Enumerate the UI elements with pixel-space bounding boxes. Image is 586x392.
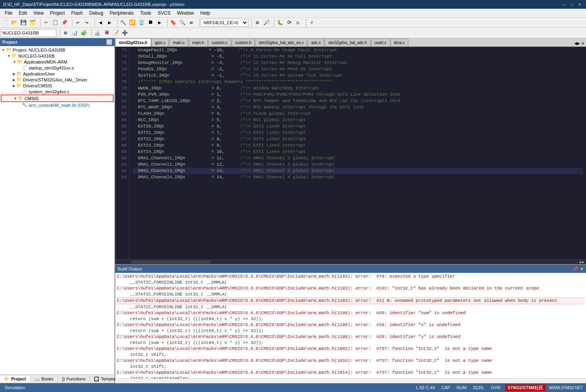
build-pin-btn[interactable]: 📌: [573, 266, 578, 272]
tree-item-arm-math[interactable]: ▶🔧arm_cortexM4lf_math.lib (DSP): [1, 102, 114, 108]
stm32-url: WWW.STM32.NET: [549, 386, 583, 390]
editor-tab-stm32g431xx[interactable]: stm32g431xx.h: [115, 39, 151, 46]
target-options-button[interactable]: ⚙: [61, 29, 70, 37]
debug-run2-button[interactable]: ▷: [294, 18, 303, 27]
tree-item-drivers-hal[interactable]: ▶📁Drivers/STM32G4xx_HAL_Driver: [1, 77, 114, 83]
minimize-button[interactable]: —: [561, 2, 567, 7]
menu-view[interactable]: View: [30, 10, 47, 17]
maximize-button[interactable]: □: [569, 2, 575, 7]
mdk-plus-btn[interactable]: ➕: [120, 29, 129, 37]
build-close-btn[interactable]: ✕: [580, 266, 584, 272]
replace-button[interactable]: ⇄: [187, 18, 196, 27]
code-lines[interactable]: UsageFault_IRQn = -10, /*!< 6 Cortex-M4 …: [130, 47, 586, 259]
bookmarks-button[interactable]: 🔖: [169, 18, 178, 27]
build-button[interactable]: 🔨: [119, 18, 128, 27]
logic-btn[interactable]: ⚡: [308, 18, 316, 27]
editor-tab-main_c[interactable]: main.c: [169, 39, 188, 46]
scroll-left-arrow[interactable]: ◀: [579, 260, 581, 265]
menu-tools[interactable]: Tools: [137, 10, 155, 17]
editor-tab-main_h[interactable]: main.h: [189, 39, 208, 46]
editor-tab-gpio[interactable]: gpio.c: [151, 39, 169, 46]
save-button[interactable]: 💾: [19, 18, 28, 27]
tree-item-system[interactable]: ▶📄system_stm32g4xx.c: [1, 89, 114, 95]
editor-tab-adc_c[interactable]: adc.c: [308, 39, 324, 46]
menu-svcs[interactable]: SVCS: [155, 10, 174, 17]
tree-item-cmsis[interactable]: ▼📁CMSIS: [1, 95, 114, 102]
right-panel: stm32g431xx.hgpio.cmain.cmain.hcustom.cc…: [115, 38, 586, 383]
build-output-controls: 📌 ✕: [573, 266, 584, 272]
editor-tab-custom_h[interactable]: custom.h: [232, 39, 255, 46]
zoom-button[interactable]: 🔎: [262, 18, 271, 27]
open-file-button[interactable]: 📂: [10, 18, 19, 27]
toolbar-sep-3: [93, 19, 95, 27]
nav-fwd-button[interactable]: ▶: [105, 18, 114, 27]
tab-books[interactable]: 📖 Books: [30, 376, 58, 382]
project-name-input[interactable]: [1, 29, 56, 37]
paste-button[interactable]: 📌: [60, 18, 69, 27]
manage-btn[interactable]: 📊: [70, 29, 79, 37]
tree-item-startup[interactable]: ▶📄startup_stm32g431xx.s: [1, 65, 114, 71]
num-indicator: NUM: [455, 385, 468, 390]
menu-window[interactable]: Window: [174, 10, 197, 17]
build-hscroll[interactable]: [115, 378, 586, 383]
scroll-right-arrow[interactable]: ▶: [582, 260, 584, 265]
tree-item-app-mdk[interactable]: ▼📁Application/MDK-ARM: [1, 59, 114, 65]
new-file-button[interactable]: 📄: [1, 18, 10, 27]
undo-button[interactable]: ↩: [73, 18, 82, 27]
cut-button[interactable]: ✂️: [42, 18, 50, 27]
code-hscroll[interactable]: ◀ ▶: [115, 259, 586, 264]
build-line-3: __STATIC_FORCEINLINE int32_t __SMMLA(: [117, 292, 584, 297]
tree-item-app-user[interactable]: ▶📁Application/User: [1, 71, 114, 77]
tree-item-root[interactable]: ▼📁Project: NUCLEO-G431RB: [1, 47, 114, 53]
menu-peripherals[interactable]: Peripherals: [106, 10, 137, 17]
menu-flash[interactable]: Flash: [68, 10, 86, 17]
menu-project[interactable]: Project: [47, 10, 68, 17]
clean-button[interactable]: 🗑️: [137, 18, 146, 27]
editor-tab-stm32g4xx_hal_adc_ex[interactable]: stm32g4xx_hal_adc_ex.c: [255, 39, 307, 46]
tab-functions[interactable]: {} Functions: [58, 376, 90, 382]
editor-tab-stm32g4xx_hal_adc[interactable]: stm32g4xx_hal_adc.h: [325, 39, 370, 46]
tab-scroll-right[interactable]: ▶: [577, 41, 580, 46]
stop-button[interactable]: ⏹: [146, 18, 155, 27]
editor-tab-custom_c[interactable]: custom.c: [208, 39, 231, 46]
tab-close-all[interactable]: ✕: [582, 41, 584, 46]
editor-tab-dma_c[interactable]: dma.c: [391, 39, 408, 46]
save-all-button[interactable]: 🗂️: [28, 18, 37, 27]
code-line-92: DMA1_Channel3_IRQn = 13, /*!< DMA1 Chann…: [133, 168, 583, 174]
panel-close-btn[interactable]: ✕: [106, 39, 112, 45]
tree-label-drivers-cmsis: Drivers/CMSIS: [23, 83, 52, 88]
debug-reset-button[interactable]: ⟳: [285, 18, 294, 27]
menu-debug[interactable]: Debug: [86, 10, 106, 17]
tab-project[interactable]: 📁 Project: [0, 376, 30, 382]
menu-help[interactable]: Help: [197, 10, 213, 17]
close-button[interactable]: ✕: [576, 2, 583, 7]
code-content[interactable]: 7374757677787980818283848586878889909192…: [115, 47, 586, 259]
nav-back-button[interactable]: ◀: [96, 18, 105, 27]
run-button[interactable]: ▶️: [155, 18, 164, 27]
tree-item-nucleo[interactable]: ▼📁NUCLEO-G431RB: [1, 53, 114, 59]
tab-bar-end: ◀▶✕: [572, 41, 586, 46]
hscroll-thumb[interactable]: [131, 261, 211, 264]
editor-tab-usart_c[interactable]: usart.c: [371, 39, 390, 46]
copy-button[interactable]: 📋: [51, 18, 60, 27]
options-button[interactable]: ⚙️: [253, 18, 262, 27]
system-viewer-btn[interactable]: 🖥: [102, 29, 111, 37]
code-line-86: EXTI1_IRQn = 7, /*!< EXTI Line1 Interrup…: [133, 129, 583, 136]
menu-edit[interactable]: Edit: [15, 10, 30, 17]
event-recorder-btn[interactable]: 📝: [111, 29, 120, 37]
find-button[interactable]: 🔍: [178, 18, 187, 27]
build-output-content[interactable]: C:\Users\hufei\AppData\Local\Arm\Packs\A…: [115, 273, 586, 378]
debug-start-button[interactable]: 🐛: [276, 18, 284, 27]
tree-label-root: Project: NUCLEO-G431RB: [13, 48, 65, 52]
components-btn[interactable]: 🧩: [79, 29, 88, 37]
toolbar-sep-6: [197, 19, 199, 27]
tree-item-drivers-cmsis[interactable]: ▶📁Drivers/CMSIS: [1, 83, 114, 89]
redo-button[interactable]: ↪: [83, 18, 91, 27]
inspect-btn[interactable]: 🔬: [93, 29, 102, 37]
target-dropdown[interactable]: NRF24L01_CE=0: [201, 19, 248, 27]
menu-file[interactable]: File: [2, 10, 15, 17]
project-tree: ▼📁Project: NUCLEO-G431RB▼📁NUCLEO-G431RB▼…: [0, 46, 114, 375]
tab-scroll-left[interactable]: ◀: [574, 41, 577, 46]
scroll-nav: ◀ ▶: [579, 260, 586, 265]
rebuild-button[interactable]: 🔁: [128, 18, 137, 27]
